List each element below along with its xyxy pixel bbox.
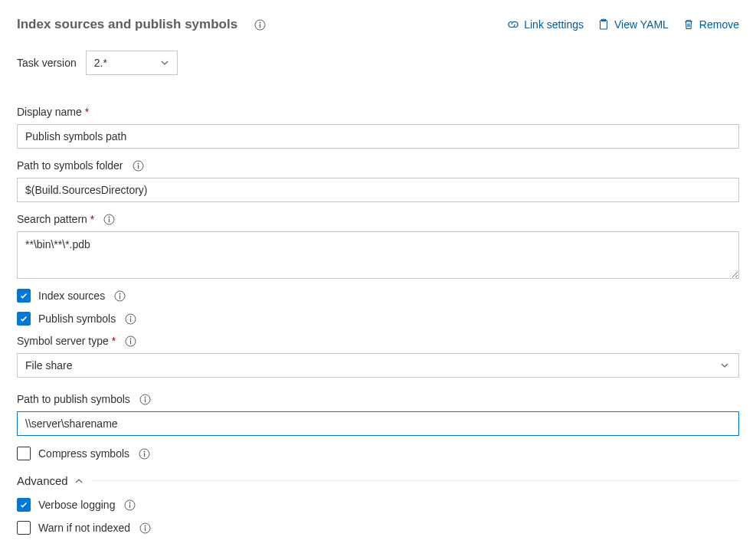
svg-rect-10 (109, 218, 110, 222)
header-row: Index sources and publish symbols Link s… (17, 17, 739, 32)
compress-symbols-label[interactable]: Compress symbols (38, 447, 129, 460)
symbols-folder-label: Path to symbols folder (17, 159, 123, 172)
chevron-down-icon (720, 361, 729, 370)
info-icon[interactable] (139, 448, 150, 460)
svg-point-1 (260, 21, 261, 23)
publish-path-input[interactable] (17, 411, 739, 436)
warn-not-indexed-label[interactable]: Warn if not indexed (38, 522, 130, 534)
info-icon[interactable] (114, 290, 126, 302)
svg-point-30 (145, 525, 146, 526)
svg-rect-7 (137, 165, 138, 169)
index-sources-row: Index sources (17, 289, 739, 303)
publish-path-label: Path to publish symbols (17, 393, 130, 405)
chevron-down-icon (160, 58, 169, 67)
view-yaml-label: View YAML (614, 18, 669, 31)
publish-symbols-label[interactable]: Publish symbols (38, 313, 116, 325)
svg-rect-22 (145, 398, 146, 402)
info-icon[interactable] (125, 336, 136, 347)
search-pattern-input[interactable] (17, 231, 739, 279)
compress-symbols-row: Compress symbols (17, 447, 739, 460)
link-settings-label: Link settings (524, 18, 584, 31)
required-marker: * (90, 213, 94, 225)
trash-icon (682, 18, 695, 31)
svg-rect-2 (260, 24, 260, 28)
info-icon[interactable] (139, 522, 151, 534)
task-version-row: Task version 2.* (17, 51, 739, 75)
verbose-logging-checkbox[interactable] (17, 498, 31, 512)
remove-label: Remove (699, 18, 739, 31)
svg-rect-25 (144, 453, 145, 457)
info-icon[interactable] (125, 313, 136, 325)
svg-point-15 (130, 316, 132, 317)
clipboard-icon (597, 18, 610, 31)
task-version-select[interactable]: 2.* (86, 51, 178, 75)
chevron-up-icon (74, 476, 83, 486)
svg-rect-19 (130, 340, 131, 344)
svg-point-18 (130, 338, 132, 339)
svg-rect-31 (145, 527, 146, 531)
display-name-label-row: Display name * (17, 106, 739, 118)
display-name-input[interactable] (17, 124, 739, 149)
compress-symbols-checkbox[interactable] (17, 447, 31, 460)
view-yaml-button[interactable]: View YAML (597, 18, 669, 31)
svg-rect-13 (119, 295, 120, 299)
info-icon[interactable] (254, 19, 266, 31)
symbol-server-type-select[interactable]: File share (17, 353, 739, 378)
advanced-label: Advanced (17, 474, 68, 487)
publish-symbols-checkbox[interactable] (17, 312, 31, 326)
svg-point-9 (109, 216, 110, 218)
symbol-server-type-value: File share (25, 359, 72, 372)
display-name-label: Display name (17, 106, 82, 118)
svg-point-27 (129, 502, 131, 503)
svg-point-12 (119, 293, 121, 294)
remove-button[interactable]: Remove (682, 18, 739, 31)
page-title: Index sources and publish symbols (17, 17, 237, 32)
divider (91, 480, 739, 481)
index-sources-checkbox[interactable] (17, 289, 31, 303)
svg-rect-16 (130, 318, 131, 322)
svg-point-21 (144, 396, 146, 398)
verbose-logging-row: Verbose logging (17, 498, 739, 512)
info-icon[interactable] (139, 394, 151, 405)
svg-rect-28 (129, 504, 130, 508)
search-pattern-label-row: Search pattern * (17, 213, 739, 225)
index-sources-label[interactable]: Index sources (38, 290, 105, 302)
link-icon (507, 18, 519, 31)
info-icon[interactable] (103, 214, 115, 225)
link-settings-button[interactable]: Link settings (507, 18, 584, 31)
task-version-value: 2.* (94, 57, 107, 69)
svg-point-24 (144, 450, 146, 452)
warn-not-indexed-row: Warn if not indexed (17, 521, 739, 535)
warn-not-indexed-checkbox[interactable] (17, 521, 31, 535)
symbols-folder-input[interactable] (17, 178, 739, 202)
symbol-server-type-label-row: Symbol server type * (17, 335, 739, 347)
svg-point-6 (137, 162, 139, 164)
info-icon[interactable] (124, 499, 136, 511)
search-pattern-label: Search pattern (17, 213, 87, 225)
task-version-label: Task version (17, 57, 77, 69)
advanced-section-header[interactable]: Advanced (17, 474, 739, 487)
verbose-logging-label[interactable]: Verbose logging (38, 499, 115, 511)
symbol-server-type-label: Symbol server type (17, 335, 109, 347)
publish-symbols-row: Publish symbols (17, 312, 739, 326)
required-marker: * (85, 106, 89, 118)
symbols-folder-label-row: Path to symbols folder (17, 159, 739, 172)
info-icon[interactable] (133, 160, 144, 172)
required-marker: * (112, 335, 116, 347)
publish-path-label-row: Path to publish symbols (17, 393, 739, 405)
